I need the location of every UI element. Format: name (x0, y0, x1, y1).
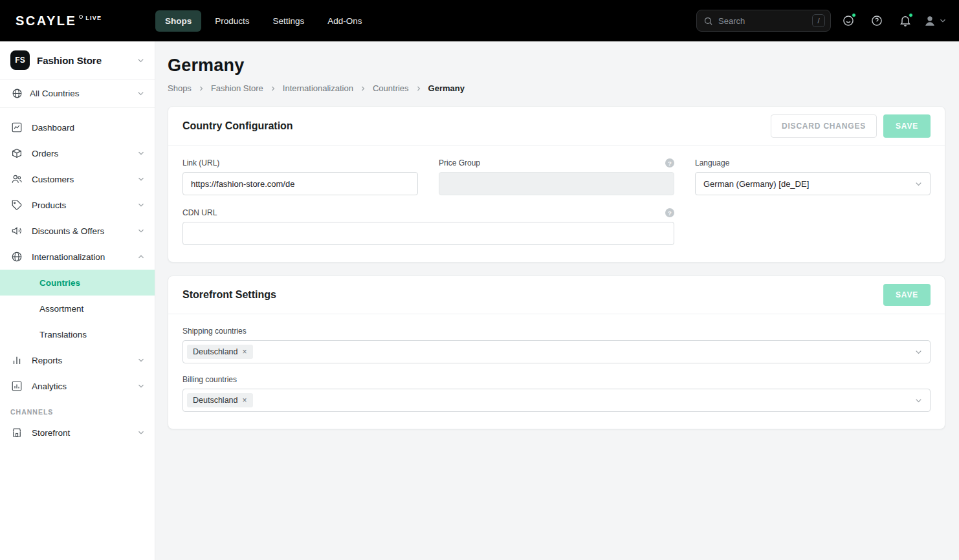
system-status-icon[interactable] (837, 10, 859, 32)
breadcrumb-internationalization[interactable]: Internationalization (283, 83, 353, 93)
language-label: Language (695, 158, 729, 167)
breadcrumb-fashion-store[interactable]: Fashion Store (211, 83, 263, 93)
save-button[interactable]: SAVE (883, 284, 931, 306)
sidebar-item-label: Internationalization (32, 252, 127, 262)
billing-countries-select[interactable]: Deutschland × (182, 389, 931, 412)
billing-countries-field-group: Billing countries Deutschland × (182, 375, 931, 412)
topbar: SCAYLE LIVE Shops Products Settings Add-… (0, 0, 959, 41)
chevron-down-icon (938, 16, 947, 25)
env-badge: LIVE (85, 15, 102, 21)
sidebar-item-dashboard[interactable]: Dashboard (0, 114, 155, 140)
sidebar-item-customers[interactable]: Customers (0, 166, 155, 192)
topnav-addons[interactable]: Add-Ons (318, 10, 371, 32)
sidebar-item-reports[interactable]: Reports (0, 347, 155, 373)
sidebar-item-storefront[interactable]: Storefront (0, 420, 155, 446)
chevron-right-icon (359, 85, 367, 92)
cdn-url-field-group: CDN URL ? (182, 208, 674, 245)
search-box[interactable]: / (696, 10, 831, 32)
language-selected-value: German (Germany) [de_DE] (703, 179, 809, 189)
card-actions: SAVE (883, 284, 931, 306)
help-icon[interactable] (866, 10, 888, 32)
sidebar-nav: Dashboard Orders Customers Products Disc… (0, 108, 155, 446)
globe-icon (11, 251, 23, 263)
chevron-down-icon (137, 175, 146, 184)
remove-chip-icon[interactable]: × (243, 348, 247, 356)
chip-label: Deutschland (193, 396, 238, 405)
sidebar-item-products[interactable]: Products (0, 192, 155, 218)
topnav-settings[interactable]: Settings (263, 10, 314, 32)
help-icon[interactable]: ? (665, 158, 674, 167)
status-notification-dot (852, 13, 856, 17)
sidebar-item-label: Reports (32, 356, 127, 365)
sidebar-item-countries[interactable]: Countries (0, 270, 155, 296)
sidebar-item-label: Analytics (32, 382, 127, 391)
chevron-down-icon (137, 356, 146, 365)
chevron-right-icon (269, 85, 277, 92)
help-icon[interactable]: ? (665, 208, 674, 217)
sidebar-item-label: Products (32, 200, 127, 210)
price-group-label: Price Group (439, 158, 480, 167)
chevron-down-icon (914, 396, 923, 405)
sidebar-item-label: Storefront (32, 428, 127, 438)
country-scope-selector[interactable]: All Countries (0, 80, 155, 108)
country-scope-label: All Countries (30, 89, 129, 98)
save-button[interactable]: SAVE (883, 114, 931, 138)
shipping-countries-select[interactable]: Deutschland × (182, 340, 931, 363)
chevron-down-icon (137, 149, 146, 158)
storefront-icon (11, 427, 23, 438)
sidebar-item-label: Discounts & Offers (32, 226, 127, 236)
scayle-logo: SCAYLE LIVE (16, 13, 155, 28)
topnav-products[interactable]: Products (205, 10, 259, 32)
sidebar-item-orders[interactable]: Orders (0, 140, 155, 166)
shipping-countries-field-group: Shipping countries Deutschland × (182, 327, 931, 363)
chevron-down-icon (137, 200, 146, 210)
chevron-down-icon (137, 428, 146, 437)
main-content: Germany Shops Fashion Store Internationa… (155, 41, 959, 560)
search-icon (703, 16, 713, 26)
user-menu[interactable] (923, 14, 947, 28)
top-navigation: Shops Products Settings Add-Ons (155, 10, 372, 32)
search-input[interactable] (718, 16, 807, 26)
country-configuration-card: Country Configuration DISCARD CHANGES SA… (168, 106, 945, 263)
chevron-down-icon (136, 89, 146, 98)
chevron-down-icon (914, 347, 923, 357)
breadcrumb-shops[interactable]: Shops (168, 83, 192, 93)
cdn-url-label: CDN URL (182, 208, 217, 217)
notifications-bell-icon[interactable] (894, 10, 916, 32)
megaphone-icon (11, 225, 23, 237)
language-select[interactable]: German (Germany) [de_DE] (695, 172, 931, 195)
sidebar-item-translations[interactable]: Translations (0, 321, 155, 347)
topnav-shops[interactable]: Shops (155, 10, 201, 32)
shop-selector[interactable]: FS Fashion Store (0, 41, 155, 80)
avatar (923, 14, 937, 28)
globe-icon (12, 88, 23, 99)
chevron-down-icon (137, 382, 146, 391)
chip-label: Deutschland (193, 347, 238, 356)
link-url-field-group: Link (URL) (182, 158, 418, 195)
cdn-url-input[interactable] (182, 222, 674, 245)
link-url-label: Link (URL) (182, 158, 219, 167)
card-title: Country Configuration (182, 120, 293, 132)
country-chip: Deutschland × (187, 393, 253, 407)
sidebar-item-discounts[interactable]: Discounts & Offers (0, 218, 155, 244)
logo-ring-icon (79, 15, 83, 19)
remove-chip-icon[interactable]: × (243, 396, 247, 404)
card-header: Storefront Settings SAVE (168, 276, 945, 314)
sidebar-item-assortment[interactable]: Assortment (0, 296, 155, 321)
analytics-icon (11, 380, 23, 392)
link-url-input[interactable] (182, 172, 418, 195)
billing-countries-label: Billing countries (182, 375, 237, 384)
sidebar-item-analytics[interactable]: Analytics (0, 373, 155, 399)
orders-icon (11, 147, 23, 159)
card-actions: DISCARD CHANGES SAVE (771, 114, 931, 138)
bell-notification-dot (909, 13, 913, 17)
shop-initials-badge: FS (10, 50, 30, 70)
sidebar-item-label: Dashboard (32, 123, 146, 133)
bar-chart-icon (11, 354, 23, 366)
sidebar-item-internationalization[interactable]: Internationalization (0, 244, 155, 270)
price-group-input (439, 172, 674, 195)
price-group-field-group: Price Group ? (439, 158, 674, 195)
discard-changes-button[interactable]: DISCARD CHANGES (771, 114, 877, 138)
breadcrumb-countries[interactable]: Countries (373, 83, 409, 93)
products-tag-icon (11, 199, 23, 211)
